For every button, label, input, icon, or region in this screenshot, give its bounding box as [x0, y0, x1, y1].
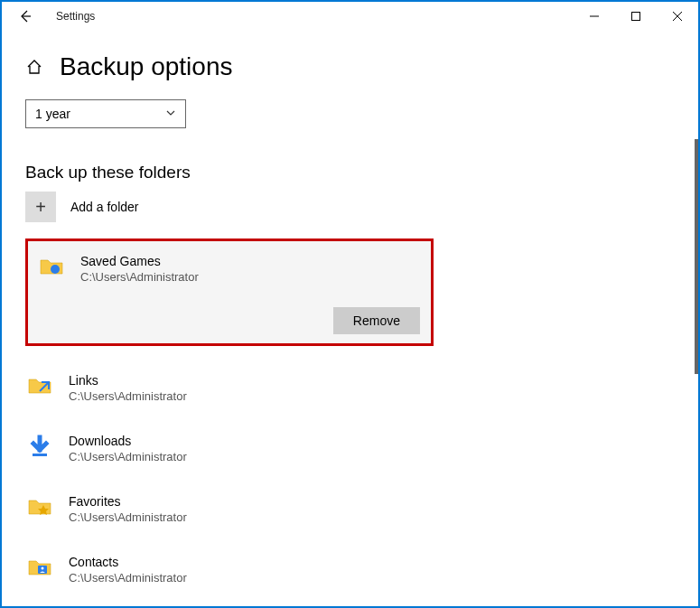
folder-texts: Links C:\Users\Administrator [69, 373, 187, 403]
retention-dropdown[interactable]: 1 year [25, 99, 186, 128]
folder-icon [27, 373, 52, 398]
remove-button[interactable]: Remove [333, 307, 420, 334]
svg-point-8 [42, 567, 44, 570]
svg-rect-2 [632, 13, 640, 21]
folder-item-selected[interactable]: Saved Games C:\Users\Administrator [39, 254, 420, 284]
add-folder-row[interactable]: + Add a folder [25, 192, 675, 222]
chevron-down-icon [165, 107, 176, 121]
back-button[interactable] [18, 9, 33, 23]
folder-texts: Saved Games C:\Users\Administrator [80, 254, 199, 284]
page-title: Backup options [60, 52, 232, 81]
page-header: Backup options [25, 52, 675, 81]
folder-path: C:\Users\Administrator [69, 571, 187, 585]
folder-item-contacts[interactable]: Contacts C:\Users\Administrator [25, 549, 423, 590]
home-icon[interactable] [25, 58, 43, 76]
folder-name: Downloads [69, 434, 187, 448]
folders-section-heading: Back up these folders [25, 163, 675, 182]
titlebar: Settings [2, 2, 698, 31]
maximize-button[interactable] [615, 2, 657, 31]
folder-icon [27, 555, 52, 580]
close-button[interactable] [657, 2, 698, 31]
folder-texts: Downloads C:\Users\Administrator [69, 434, 187, 463]
retention-dropdown-value: 1 year [35, 107, 70, 121]
svg-point-5 [51, 265, 60, 274]
folder-icon [27, 494, 52, 519]
window-title: Settings [56, 10, 95, 23]
folder-item-links[interactable]: Links C:\Users\Administrator [25, 368, 423, 408]
folder-path: C:\Users\Administrator [69, 450, 187, 463]
folder-item-downloads[interactable]: Downloads C:\Users\Administrator [25, 428, 423, 469]
folder-path: C:\Users\Administrator [69, 389, 187, 403]
add-folder-button[interactable]: + [25, 192, 56, 222]
add-folder-label: Add a folder [70, 200, 139, 214]
window-controls [574, 2, 698, 31]
page-content: Backup options 1 year Back up these fold… [2, 31, 698, 606]
folder-name: Saved Games [80, 254, 199, 268]
folder-path: C:\Users\Administrator [80, 270, 199, 284]
folder-item-favorites[interactable]: Favorites C:\Users\Administrator [25, 489, 423, 529]
selected-folder-block: Saved Games C:\Users\Administrator Remov… [25, 239, 434, 346]
folder-icon [39, 254, 64, 279]
svg-rect-6 [33, 454, 47, 456]
folder-name: Favorites [69, 494, 187, 509]
folder-name: Links [69, 373, 187, 388]
plus-icon: + [35, 198, 46, 216]
minimize-button[interactable] [574, 2, 615, 31]
folder-texts: Contacts C:\Users\Administrator [69, 555, 187, 585]
folder-name: Contacts [69, 555, 187, 569]
folder-path: C:\Users\Administrator [69, 510, 187, 524]
download-icon [27, 434, 52, 459]
folder-texts: Favorites C:\Users\Administrator [69, 494, 187, 524]
scrollbar-thumb[interactable] [695, 139, 698, 374]
